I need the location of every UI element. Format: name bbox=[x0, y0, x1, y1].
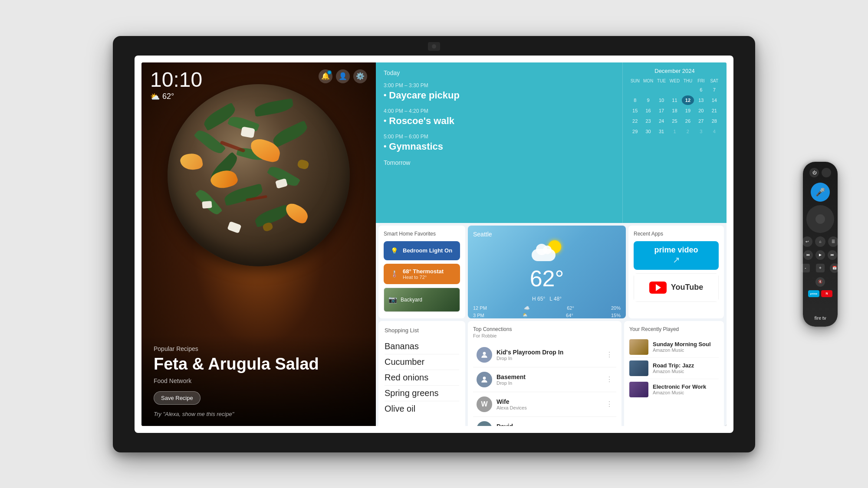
shopping-item-red-onions[interactable]: Red onions bbox=[385, 370, 459, 386]
thermostat-icon: 🌡️ bbox=[389, 269, 399, 279]
cal-day-29[interactable]: 29 bbox=[629, 127, 641, 136]
schedule-item-1[interactable]: 3:00 PM – 3:30 PM Daycare pickup bbox=[384, 82, 615, 101]
remote-mic-button[interactable]: 🎤 bbox=[811, 183, 830, 202]
connection-wife[interactable]: W Wife Alexa Devices ⋮ bbox=[473, 392, 616, 417]
svg-point-1 bbox=[483, 377, 486, 380]
bottom-section: Shopping List Bananas Cucumber Red onion… bbox=[376, 318, 727, 426]
recipe-background: 10:10 ⛅ 62° 🔔 bbox=[141, 62, 376, 426]
played-item-electronic[interactable]: Electronic For Work Amazon Music bbox=[629, 379, 719, 400]
notification-bell[interactable]: 🔔 bbox=[319, 69, 332, 83]
forecast-row-2: 3 PM 🌦️ 64° 15% bbox=[473, 313, 621, 318]
remote-nav-center[interactable] bbox=[815, 214, 825, 224]
save-recipe-button[interactable]: Save Recipe bbox=[154, 391, 201, 405]
remote-mute-button[interactable]: 🔇 bbox=[815, 277, 825, 287]
cal-day-7[interactable]: 7 bbox=[708, 85, 720, 95]
cal-day-6[interactable]: 6 bbox=[695, 85, 707, 95]
cal-day-25[interactable]: 25 bbox=[668, 116, 681, 126]
connection-playroom[interactable]: Kid's Playroom Drop In Drop In ⋮ bbox=[473, 343, 616, 367]
schedule-item-3[interactable]: 5:00 PM – 6:00 PM Gymnastics bbox=[384, 134, 615, 152]
weather-display: ⛅ 62° bbox=[150, 92, 202, 102]
cal-day-next-4[interactable]: 4 bbox=[708, 127, 720, 136]
prime-video-label: prime video bbox=[654, 246, 698, 255]
weather-high-low: H 65° L 48° bbox=[473, 296, 621, 302]
cal-day-13[interactable]: 13 bbox=[695, 95, 707, 105]
connection-menu-basement[interactable]: ⋮ bbox=[606, 375, 613, 383]
salad-bowl-image bbox=[168, 84, 350, 266]
gear-icon: ⚙️ bbox=[356, 72, 365, 80]
remote-rewind-button[interactable]: ⏮ bbox=[803, 250, 813, 260]
shopping-item-spring-greens[interactable]: Spring greens bbox=[385, 386, 459, 401]
cal-day-26[interactable]: 26 bbox=[682, 116, 694, 126]
cal-day-24[interactable]: 24 bbox=[655, 116, 667, 126]
cal-day-18[interactable]: 18 bbox=[668, 106, 681, 115]
prime-video-app[interactable]: prime video ↗ bbox=[634, 241, 719, 270]
connection-menu-playroom[interactable]: ⋮ bbox=[606, 350, 613, 359]
schedule-time-2: 4:00 PM – 4:20 PM bbox=[384, 108, 615, 114]
connection-name-wife: Wife bbox=[496, 398, 527, 405]
cal-day-next-2[interactable]: 2 bbox=[682, 127, 694, 136]
cal-day-next-1[interactable]: 1 bbox=[668, 127, 681, 136]
remote-calendar-button[interactable]: 📅 bbox=[830, 263, 839, 273]
remote-play-button[interactable]: ▶ bbox=[815, 250, 825, 260]
cal-day-22[interactable]: 22 bbox=[629, 116, 641, 126]
bedroom-light-item[interactable]: 💡 Bedroom Light On bbox=[384, 241, 460, 260]
shopping-item-olive-oil[interactable]: Olive oil bbox=[385, 401, 459, 416]
remote-back-button[interactable]: ↩ bbox=[802, 236, 812, 247]
connection-menu-david[interactable]: ⋮ bbox=[606, 425, 613, 426]
remote-power-button[interactable]: ⏻ bbox=[809, 168, 819, 177]
connection-david[interactable]: D David Mobile ⋮ bbox=[473, 417, 616, 426]
remote-vol-down-button[interactable]: - bbox=[801, 264, 810, 272]
cal-day-21[interactable]: 21 bbox=[708, 106, 720, 115]
weather-icon-small: ⛅ bbox=[150, 92, 160, 102]
schedule-item-2[interactable]: 4:00 PM – 4:20 PM Roscoe's walk bbox=[384, 108, 615, 127]
backyard-camera-item[interactable]: 📷 Backyard bbox=[384, 288, 460, 312]
cal-day-14[interactable]: 14 bbox=[708, 95, 720, 105]
cal-day-30[interactable]: 30 bbox=[642, 127, 654, 136]
shopping-item-bananas[interactable]: Bananas bbox=[385, 339, 459, 354]
remote-netflix-button[interactable]: N bbox=[821, 290, 832, 297]
remote-vol-up-button[interactable]: + bbox=[816, 264, 825, 272]
cal-day-23[interactable]: 23 bbox=[642, 116, 654, 126]
forecast-icon-2: 🌦️ bbox=[522, 313, 528, 318]
cal-day-8[interactable]: 8 bbox=[629, 95, 641, 105]
cal-day-31[interactable]: 31 bbox=[655, 127, 667, 136]
connection-name-basement: Basement bbox=[496, 373, 526, 380]
youtube-app[interactable]: YouTube bbox=[634, 273, 719, 302]
settings-icon[interactable]: ⚙️ bbox=[353, 69, 367, 83]
cal-day-9[interactable]: 9 bbox=[642, 95, 654, 105]
thermostat-item[interactable]: 🌡️ 68° Thermostat Heat to 72° bbox=[384, 264, 460, 284]
cal-empty bbox=[642, 85, 654, 95]
connection-avatar-david: D bbox=[477, 421, 492, 426]
played-item-road-trip[interactable]: Road Trip: Jazz Amazon Music bbox=[629, 358, 719, 379]
cal-day-27[interactable]: 27 bbox=[695, 116, 707, 126]
remote-unknown-btn[interactable] bbox=[822, 168, 831, 177]
user-avatar[interactable]: 👤 bbox=[336, 69, 350, 83]
cal-day-28[interactable]: 28 bbox=[708, 116, 720, 126]
cal-day-16[interactable]: 16 bbox=[642, 106, 654, 115]
schedule-event-2: Roscoe's walk bbox=[384, 115, 615, 127]
played-title-electronic: Electronic For Work bbox=[653, 383, 706, 390]
notification-dot bbox=[327, 70, 332, 75]
cal-day-11[interactable]: 11 bbox=[668, 95, 681, 105]
connection-basement[interactable]: Basement Drop In ⋮ bbox=[473, 367, 616, 392]
user-icon: 👤 bbox=[339, 72, 347, 80]
remote-home-button[interactable]: ⌂ bbox=[815, 236, 825, 247]
forecast-icon-1: ☁️ bbox=[524, 305, 530, 311]
cal-day-17[interactable]: 17 bbox=[655, 106, 667, 115]
cal-day-20[interactable]: 20 bbox=[695, 106, 707, 115]
cal-day-19[interactable]: 19 bbox=[682, 106, 694, 115]
right-panel: Today 3:00 PM – 3:30 PM Daycare pickup 4… bbox=[376, 62, 727, 426]
cal-day-10[interactable]: 10 bbox=[655, 95, 667, 105]
remote-menu-button[interactable]: ☰ bbox=[828, 236, 838, 247]
cal-day-next-3[interactable]: 3 bbox=[695, 127, 707, 136]
tv-screen: 10:10 ⛅ 62° 🔔 bbox=[141, 62, 727, 426]
remote-prime-button[interactable]: prime bbox=[808, 290, 819, 297]
connection-avatar-basement bbox=[477, 372, 492, 387]
cal-day-15[interactable]: 15 bbox=[629, 106, 641, 115]
shopping-item-cucumber[interactable]: Cucumber bbox=[385, 354, 459, 370]
cal-day-12-today[interactable]: 12 bbox=[682, 95, 694, 105]
connection-menu-wife[interactable]: ⋮ bbox=[606, 400, 613, 408]
remote-nav-circle[interactable] bbox=[806, 205, 834, 233]
remote-forward-button[interactable]: ⏭ bbox=[828, 250, 837, 260]
played-item-sunday[interactable]: Sunday Morning Soul Amazon Music bbox=[629, 337, 719, 358]
